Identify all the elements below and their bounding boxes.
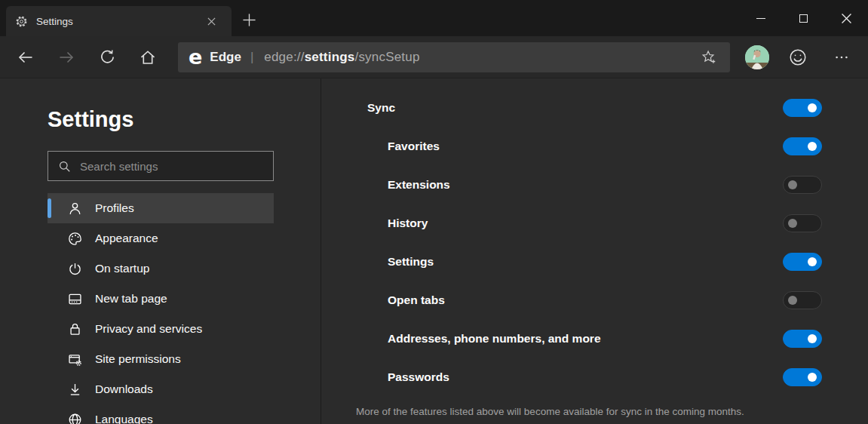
- toggle-row-favorites: Favorites: [321, 127, 868, 165]
- globe-icon: [66, 412, 84, 424]
- toggle-label: Open tabs: [388, 293, 445, 307]
- download-icon: [66, 382, 84, 398]
- minimize-icon: [756, 18, 765, 19]
- smiley-feedback-icon: [788, 48, 808, 67]
- home-button[interactable]: [133, 42, 163, 72]
- toggle-row-passwords: Passwords: [321, 358, 868, 396]
- back-button[interactable]: [11, 42, 41, 72]
- maximize-button[interactable]: [782, 0, 825, 36]
- more-dots-icon: [833, 49, 850, 66]
- toggle-row-sync: Sync: [321, 88, 868, 127]
- toggle-label: Sync: [367, 101, 395, 115]
- tab-title: Settings: [36, 16, 201, 27]
- power-icon: [66, 261, 84, 277]
- toggle-label: Passwords: [388, 370, 449, 384]
- star-add-icon: [701, 49, 717, 66]
- person-icon: [66, 201, 84, 217]
- toggle-label: Extensions: [388, 178, 450, 192]
- sidebar-item-label: Appearance: [95, 232, 158, 245]
- close-icon: [842, 14, 851, 23]
- sidebar-item-label: Privacy and services: [95, 322, 202, 336]
- sidebar-item-label: Languages: [95, 413, 153, 424]
- extensions-toggle[interactable]: [783, 176, 822, 194]
- sidebar-item-label: Profiles: [95, 201, 134, 215]
- profile-avatar[interactable]: [745, 45, 769, 69]
- page-content: Settings Profiles: [0, 78, 868, 424]
- addresses-toggle[interactable]: [783, 330, 822, 348]
- settings-sidebar: Settings Profiles: [0, 78, 321, 424]
- sidebar-item-languages[interactable]: Languages: [48, 404, 274, 424]
- toggle-label: Addresses, phone numbers, and more: [388, 332, 601, 346]
- settings-toggle[interactable]: [783, 253, 822, 271]
- sidebar-item-site-permissions[interactable]: Site permissions: [48, 344, 274, 374]
- tab-strip: Settings: [0, 0, 868, 36]
- sidebar-item-label: On startup: [95, 262, 149, 275]
- sidebar-item-new-tab-page[interactable]: New tab page: [48, 284, 274, 314]
- sidebar-item-label: Site permissions: [95, 352, 181, 366]
- gear-icon: [15, 15, 28, 28]
- address-bar-brand: Edge: [210, 50, 241, 65]
- toggle-row-addresses: Addresses, phone numbers, and more: [321, 319, 868, 358]
- history-toggle[interactable]: [783, 214, 822, 232]
- minimize-button[interactable]: [739, 0, 782, 36]
- tab-settings[interactable]: Settings: [6, 6, 232, 36]
- edge-logo: e: [189, 47, 202, 67]
- sidebar-item-profiles[interactable]: Profiles: [48, 193, 274, 223]
- tab-close-icon[interactable]: [201, 11, 221, 31]
- window-controls: [739, 0, 868, 36]
- feedback-button[interactable]: [783, 42, 813, 72]
- browser-toolbar: e Edge | edge://settings/syncSetup: [0, 36, 868, 78]
- home-icon: [139, 48, 157, 66]
- address-bar[interactable]: e Edge | edge://settings/syncSetup: [178, 42, 730, 72]
- sync-settings-panel: Sync Favorites Extensions History Settin…: [321, 78, 868, 424]
- new-tab-button[interactable]: [236, 7, 262, 32]
- favorites-toggle[interactable]: [783, 137, 822, 155]
- close-button[interactable]: [825, 0, 868, 36]
- avatar: [745, 45, 769, 69]
- add-favorite-button[interactable]: [695, 44, 722, 71]
- address-bar-separator: |: [250, 50, 253, 65]
- lock-icon: [66, 321, 84, 337]
- refresh-icon: [99, 48, 116, 66]
- sidebar-item-label: New tab page: [95, 292, 167, 306]
- sidebar-item-downloads[interactable]: Downloads: [48, 374, 274, 404]
- sidebar-item-on-startup[interactable]: On startup: [48, 253, 274, 284]
- toggle-label: Favorites: [388, 140, 440, 153]
- forward-button[interactable]: [51, 42, 81, 72]
- sidebar-nav: Profiles Appearance: [0, 193, 321, 424]
- search-input[interactable]: [80, 160, 264, 173]
- toggle-row-history: History: [321, 204, 868, 242]
- settings-search-box[interactable]: [48, 151, 274, 181]
- toggle-label: History: [388, 217, 428, 230]
- toggle-row-settings: Settings: [321, 242, 868, 281]
- open-tabs-toggle[interactable]: [783, 291, 822, 309]
- page-title: Settings: [48, 107, 321, 132]
- passwords-toggle[interactable]: [783, 368, 822, 386]
- sync-toggle[interactable]: [783, 99, 822, 117]
- arrow-left-icon: [17, 48, 35, 66]
- toggle-row-extensions: Extensions: [321, 165, 868, 204]
- toggle-row-open-tabs: Open tabs: [321, 281, 868, 319]
- toggle-label: Settings: [388, 255, 434, 269]
- sidebar-item-label: Downloads: [95, 383, 153, 396]
- settings-menu-button[interactable]: [827, 42, 857, 72]
- sidebar-item-privacy-and-services[interactable]: Privacy and services: [48, 314, 274, 344]
- arrow-right-icon: [57, 48, 75, 66]
- palette-icon: [66, 231, 84, 247]
- site-permissions-icon: [66, 352, 84, 367]
- search-icon: [57, 159, 72, 174]
- address-url: edge://settings/syncSetup: [264, 50, 419, 65]
- sidebar-item-appearance[interactable]: Appearance: [48, 223, 274, 253]
- maximize-icon: [799, 14, 808, 23]
- refresh-button[interactable]: [92, 42, 122, 72]
- sync-footer-note: More of the features listed above will b…: [356, 406, 868, 417]
- new-tab-page-icon: [66, 291, 84, 307]
